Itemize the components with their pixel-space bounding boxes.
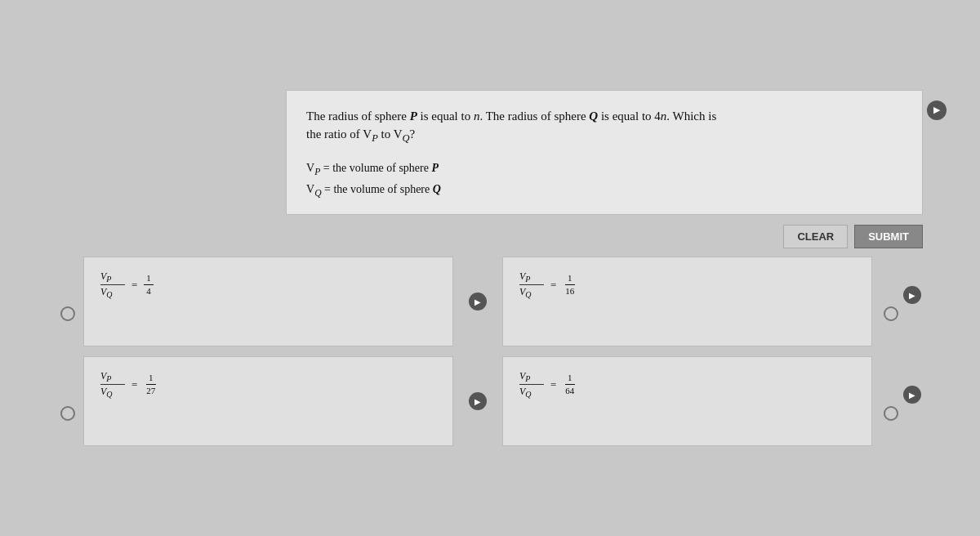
answer-d-radio[interactable] — [880, 382, 898, 421]
page-layout: The radius of sphere P is equal to n. Th… — [57, 90, 923, 446]
question-audio-button[interactable]: ▶ — [927, 100, 947, 120]
answer-c-fraction: VP VQ = 1 27 — [100, 370, 158, 400]
row2-center: ▶ — [453, 356, 502, 446]
answer-b-audio-button[interactable]: ▶ — [903, 286, 921, 304]
answer-cd-audio-button[interactable]: ▶ — [469, 392, 487, 410]
answer-a-group: VP VQ = 1 4 — [57, 257, 453, 346]
answer-d-audio-button[interactable]: ▶ — [903, 386, 921, 404]
answer-d-box[interactable]: VP VQ = 1 64 — [502, 356, 872, 446]
answers-container: VP VQ = 1 4 ▶ — [57, 257, 923, 446]
answer-c-group: VP VQ = 1 27 — [57, 356, 453, 446]
submit-button[interactable]: SUBMIT — [854, 225, 923, 248]
definitions: VP = the volume of sphere P VQ = the vol… — [306, 159, 902, 201]
answer-b-radio[interactable] — [880, 282, 898, 321]
answer-c-box[interactable]: VP VQ = 1 27 — [83, 356, 453, 446]
answer-b-fraction: VP VQ = 1 16 — [519, 270, 577, 300]
answer-b-box[interactable]: VP VQ = 1 16 — [502, 257, 872, 346]
answer-a-box[interactable]: VP VQ = 1 4 — [83, 257, 453, 346]
answer-row-2: VP VQ = 1 27 ▶ — [57, 356, 923, 446]
clear-button[interactable]: CLEAR — [783, 225, 848, 248]
answer-b-group: VP VQ = 1 16 — [502, 257, 898, 346]
answer-d-group: VP VQ = 1 64 — [502, 356, 898, 446]
row1-right-spacer: ▶ — [898, 257, 923, 346]
row2-right-spacer: ▶ — [898, 356, 923, 446]
answer-a-fraction: VP VQ = 1 4 — [100, 270, 154, 300]
row1-center: ▶ — [453, 257, 502, 346]
answer-ab-audio-button[interactable]: ▶ — [469, 293, 487, 310]
answer-a-radio[interactable] — [57, 282, 75, 321]
answer-c-radio[interactable] — [57, 382, 75, 421]
answer-d-fraction: VP VQ = 1 64 — [519, 370, 577, 400]
answer-row-1: VP VQ = 1 4 ▶ — [57, 257, 923, 346]
action-buttons-row: CLEAR SUBMIT — [57, 225, 923, 248]
question-text: The radius of sphere P is equal to n. Th… — [306, 107, 902, 146]
